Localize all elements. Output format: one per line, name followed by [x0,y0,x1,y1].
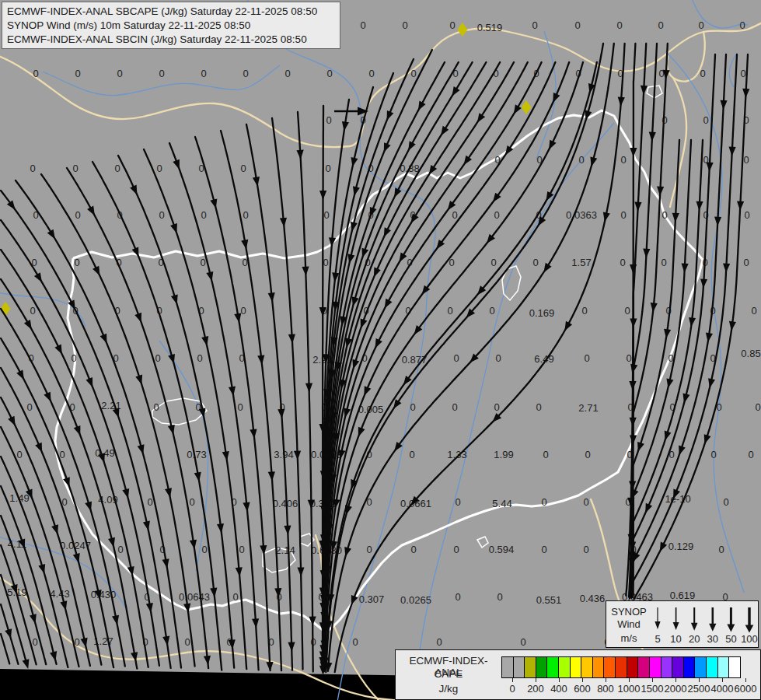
station-value-zero: 0 [197,352,202,364]
station-value-zero: 0 [743,257,749,268]
colorbar-tick-mark [629,678,630,682]
colorbar-swatch [728,656,741,678]
colorbar-swatch [536,656,548,678]
station-value-zero: 0 [16,449,22,460]
station-value: 0.594 [489,544,515,555]
station-value-zero: 0 [159,209,164,221]
station-value-zero: 0 [455,591,460,603]
colorbar-swatch [615,656,627,678]
wind-speed-label: 5 [655,633,660,645]
station-value: 1.57 [571,257,591,268]
station-value-zero: 0 [323,209,329,221]
station-value-zero: 0 [326,68,332,79]
station-value-zero: 0 [114,163,120,174]
colorbar-swatch [637,656,650,678]
station-value-zero: 0 [326,114,331,126]
wind-speed-label: 100 [741,633,758,645]
colorbar-unit: J/kg [396,683,501,695]
station-value-zero: 0 [71,352,76,364]
colorbar-swatch [694,656,707,678]
map-canvas: 0000000000000000000000000000000000000000… [0,0,761,700]
colorbar-tick-mark [512,678,513,682]
station-value-zero: 0 [532,19,537,31]
wind-speed-arrows: 510203050100 [606,601,758,647]
station-value-zero: 0 [410,544,416,555]
station-value-zero: 0 [285,68,290,79]
station-value-zero: 0 [32,636,37,648]
station-value-zero: 0 [453,352,459,364]
station-value-zero: 0 [490,257,496,268]
station-value-zero: 0 [59,449,65,460]
title-line-wind: SYNOP Wind (m/s) 10m Saturday 22-11-2025… [7,19,335,33]
colorbar-swatch [603,656,616,678]
station-value-zero: 0 [494,401,499,413]
station-value-zero: 0 [240,163,246,174]
colorbar-swatch [649,656,662,678]
station-value: 0.436 [580,593,606,604]
station-value-zero: 0 [658,19,663,31]
station-value-zero: 0 [30,305,35,317]
station-value: 0.169 [529,307,555,319]
station-value-zero: 0 [743,154,749,166]
wind-arrow-head [745,625,754,633]
station-value: 0.49 [95,447,114,459]
station-value-zero: 0 [201,544,207,555]
station-value: 0.0643 [179,591,210,603]
station-value-zero: 0 [453,544,459,555]
station-value-zero: 0 [494,209,499,221]
colorbar-quantity: CAPE [396,668,501,680]
wind-arrow-head [727,625,735,632]
station-value-zero: 0 [156,163,162,174]
station-value-zero: 0 [620,209,626,221]
station-value-zero: 0 [410,401,415,413]
title-line-sbcin: ECMWF-INDEX-ANAL SBCIN (J/kg) Saturday 2… [7,33,335,47]
station-value-zero: 0 [583,544,588,555]
colorbar-swatch [717,656,730,678]
station-value: 2.71 [578,402,598,414]
station-value-zero: 0 [402,19,407,31]
title-box: ECMWF-INDEX-ANAL SBCAPE (J/kg) Saturday … [2,2,340,49]
station-value: 1e-10 [665,493,690,505]
station-value: 0.619 [670,590,696,601]
colorbar-swatch [661,656,673,678]
station-value: 1.99 [494,449,513,460]
station-value-zero: 0 [239,544,244,555]
station-value: 0.406 [273,498,298,509]
station-value-zero: 0 [201,209,206,221]
station-value-zero: 0 [449,19,455,31]
wind-arrow-head [691,623,698,631]
station-value-zero: 0 [658,68,664,79]
station-value-zero: 0 [117,544,123,555]
colorbar-swatch [501,656,514,678]
colorbar-tick-mark [675,678,676,682]
station-value-zero: 0 [703,114,708,126]
station-value-zero: 0 [26,401,32,413]
station-value-zero: 0 [75,209,80,221]
colorbar-swatch [570,656,582,678]
colorbar-tick-mark [536,678,536,682]
colorbar-swatches [501,656,740,678]
wind-arrow-head [709,624,716,632]
station-value-zero: 0 [520,636,525,648]
station-value-zero: 0 [368,68,374,79]
station-value-zero: 0 [184,636,190,648]
colorbar-tick-mark [722,678,723,682]
station-value-zero: 0 [489,305,494,317]
station-value-zero: 0 [452,209,457,221]
station-value-zero: 0 [455,496,460,508]
station-value-zero: 0 [541,544,546,555]
station-value-zero: 0 [75,68,80,79]
colorbar-swatch [592,656,605,678]
colorbar-tick-mark [559,678,560,682]
station-value-zero: 0 [323,257,328,268]
station-value-zero: 0 [189,496,194,508]
station-value-zero: 0 [366,544,372,555]
wind-speed-label: 20 [689,633,700,645]
station-value-zero: 0 [584,352,589,364]
cape-colorbar: ECMWF-INDEX-ANAL CAPE J/kg 0200400600800… [395,649,761,700]
station-value-zero: 0 [710,449,716,460]
colorbar-swatch [513,656,525,678]
station-value-zero: 0 [585,449,590,460]
wind-speed-label: 10 [670,633,681,645]
station-value-zero: 0 [751,305,756,317]
